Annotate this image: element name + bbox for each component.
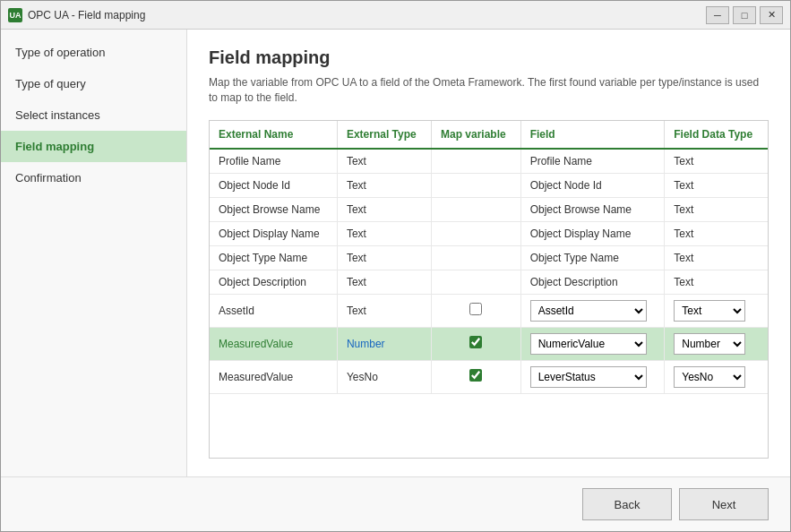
cell-map-variable bbox=[431, 360, 520, 393]
cell-map-variable bbox=[431, 173, 520, 197]
cell-map-variable bbox=[431, 221, 520, 245]
cell-external-name: Object Node Id bbox=[210, 173, 337, 197]
cell-external-name: Object Description bbox=[210, 270, 337, 294]
cell-field: Profile Name bbox=[520, 149, 665, 174]
main-window: UA OPC UA - Field mapping ─ □ ✕ Type of … bbox=[0, 0, 791, 532]
cell-external-name: Object Display Name bbox=[210, 221, 337, 245]
col-header-external-type: External Type bbox=[337, 121, 431, 149]
page-title: Field mapping bbox=[209, 47, 769, 68]
field-data-type-select[interactable]: YesNo Text Number bbox=[674, 366, 745, 388]
cell-external-name: Object Browse Name bbox=[210, 197, 337, 221]
close-button[interactable]: ✕ bbox=[760, 6, 783, 24]
map-variable-checkbox[interactable] bbox=[469, 369, 482, 382]
field-select[interactable]: LeverStatus AssetId NumericValue bbox=[530, 366, 647, 388]
table-row: Object Browse Name Text Object Browse Na… bbox=[210, 197, 768, 221]
col-header-map-variable: Map variable bbox=[431, 121, 520, 149]
cell-field-data-type: Text Number YesNo bbox=[665, 294, 768, 327]
cell-map-variable bbox=[431, 245, 520, 270]
cell-external-type: YesNo bbox=[337, 360, 431, 393]
cell-external-name: AssetId bbox=[210, 294, 337, 327]
cell-field: Object Node Id bbox=[520, 173, 665, 197]
table-row: Object Display Name Text Object Display … bbox=[210, 221, 768, 245]
col-header-external-name: External Name bbox=[210, 121, 337, 149]
table-body: Profile Name Text Profile Name Text Obje… bbox=[210, 149, 768, 394]
table-header-row: External Name External Type Map variable… bbox=[210, 121, 768, 149]
app-icon: UA bbox=[8, 8, 22, 22]
field-data-type-select[interactable]: Text Number YesNo bbox=[674, 300, 745, 322]
cell-map-variable bbox=[431, 327, 520, 360]
field-select[interactable]: AssetId NumericValue LeverStatus bbox=[530, 300, 647, 322]
cell-field-data-type: Text bbox=[665, 149, 768, 174]
field-mapping-table: External Name External Type Map variable… bbox=[210, 121, 768, 394]
table-row: AssetId Text AssetId NumericValue LeverS… bbox=[210, 294, 768, 327]
cell-map-variable bbox=[431, 197, 520, 221]
cell-field: Object Type Name bbox=[520, 245, 665, 270]
page-description: Map the variable from OPC UA to a field … bbox=[209, 75, 769, 106]
cell-external-name: MeasuredValue bbox=[210, 327, 337, 360]
cell-field-data-type: Text bbox=[665, 270, 768, 294]
cell-field: Object Description bbox=[520, 270, 665, 294]
table-row: Object Description Text Object Descripti… bbox=[210, 270, 768, 294]
window-controls: ─ □ ✕ bbox=[706, 6, 783, 24]
sidebar-item-type-of-query[interactable]: Type of query bbox=[1, 68, 186, 99]
maximize-button[interactable]: □ bbox=[733, 6, 756, 24]
cell-field: NumericValue AssetId LeverStatus bbox=[520, 327, 665, 360]
sidebar-item-confirmation[interactable]: Confirmation bbox=[1, 162, 186, 193]
map-variable-checkbox[interactable] bbox=[469, 336, 482, 348]
cell-field-data-type: Text bbox=[665, 221, 768, 245]
cell-map-variable bbox=[431, 270, 520, 294]
title-bar: UA OPC UA - Field mapping ─ □ ✕ bbox=[1, 1, 790, 30]
content-area: Type of operation Type of query Select i… bbox=[1, 30, 790, 476]
sidebar-item-field-mapping[interactable]: Field mapping bbox=[1, 131, 186, 162]
cell-external-name: Profile Name bbox=[210, 149, 337, 174]
table-row: Object Node Id Text Object Node Id Text bbox=[210, 173, 768, 197]
field-data-type-select[interactable]: Number Text YesNo bbox=[674, 333, 745, 355]
map-variable-checkbox[interactable] bbox=[469, 303, 482, 315]
cell-field: AssetId NumericValue LeverStatus bbox=[520, 294, 665, 327]
field-mapping-table-container: External Name External Type Map variable… bbox=[209, 120, 769, 459]
window-title: OPC UA - Field mapping bbox=[28, 9, 706, 21]
cell-external-name: MeasuredValue bbox=[210, 360, 337, 393]
cell-field: LeverStatus AssetId NumericValue bbox=[520, 360, 665, 393]
field-select[interactable]: NumericValue AssetId LeverStatus bbox=[530, 333, 647, 355]
cell-map-variable bbox=[431, 149, 520, 174]
table-row: MeasuredValue Number NumericValue AssetI… bbox=[210, 327, 768, 360]
sidebar-item-type-of-operation[interactable]: Type of operation bbox=[1, 37, 186, 68]
table-row: MeasuredValue YesNo LeverStatus AssetId … bbox=[210, 360, 768, 393]
cell-external-type: Number bbox=[337, 327, 431, 360]
minimize-button[interactable]: ─ bbox=[706, 6, 729, 24]
footer: Back Next bbox=[1, 476, 790, 531]
cell-external-name: Object Type Name bbox=[210, 245, 337, 270]
cell-external-type: Text bbox=[337, 197, 431, 221]
cell-external-type: Text bbox=[337, 294, 431, 327]
col-header-field-data-type: Field Data Type bbox=[665, 121, 768, 149]
cell-external-type: Text bbox=[337, 149, 431, 174]
next-button[interactable]: Next bbox=[679, 488, 769, 520]
col-header-field: Field bbox=[520, 121, 665, 149]
cell-field-data-type: Number Text YesNo bbox=[665, 327, 768, 360]
cell-field-data-type: Text bbox=[665, 173, 768, 197]
main-content: Field mapping Map the variable from OPC … bbox=[187, 30, 790, 476]
cell-external-type: Text bbox=[337, 245, 431, 270]
table-row: Object Type Name Text Object Type Name T… bbox=[210, 245, 768, 270]
back-button[interactable]: Back bbox=[582, 488, 672, 520]
cell-field-data-type: YesNo Text Number bbox=[665, 360, 768, 393]
cell-map-variable bbox=[431, 294, 520, 327]
table-row: Profile Name Text Profile Name Text bbox=[210, 149, 768, 174]
cell-field: Object Browse Name bbox=[520, 197, 665, 221]
cell-field: Object Display Name bbox=[520, 221, 665, 245]
sidebar: Type of operation Type of query Select i… bbox=[1, 30, 187, 476]
cell-field-data-type: Text bbox=[665, 245, 768, 270]
sidebar-item-select-instances[interactable]: Select instances bbox=[1, 99, 186, 131]
cell-external-type: Text bbox=[337, 221, 431, 245]
cell-external-type: Text bbox=[337, 173, 431, 197]
cell-field-data-type: Text bbox=[665, 197, 768, 221]
cell-external-type: Text bbox=[337, 270, 431, 294]
